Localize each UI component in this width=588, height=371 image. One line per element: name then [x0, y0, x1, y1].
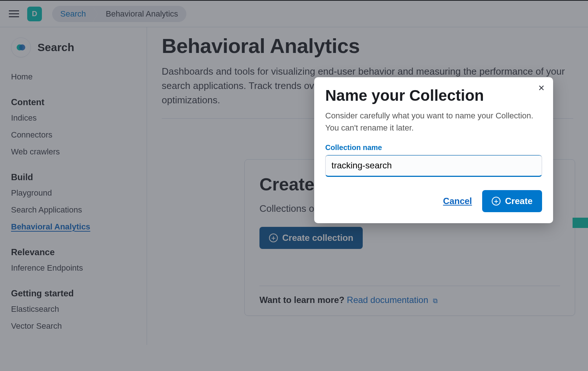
create-button[interactable]: ＋ Create: [482, 190, 542, 212]
modal-description: Consider carefully what you want to name…: [325, 110, 542, 134]
name-collection-modal: ✕ Name your Collection Consider carefull…: [314, 77, 553, 223]
collection-name-input[interactable]: [325, 155, 542, 177]
modal-title: Name your Collection: [325, 87, 542, 104]
close-icon[interactable]: ✕: [535, 82, 547, 94]
create-button-label: Create: [505, 196, 533, 206]
collection-name-label: Collection name: [325, 143, 542, 152]
cancel-button[interactable]: Cancel: [443, 196, 472, 206]
plus-circle-icon: ＋: [492, 197, 501, 206]
